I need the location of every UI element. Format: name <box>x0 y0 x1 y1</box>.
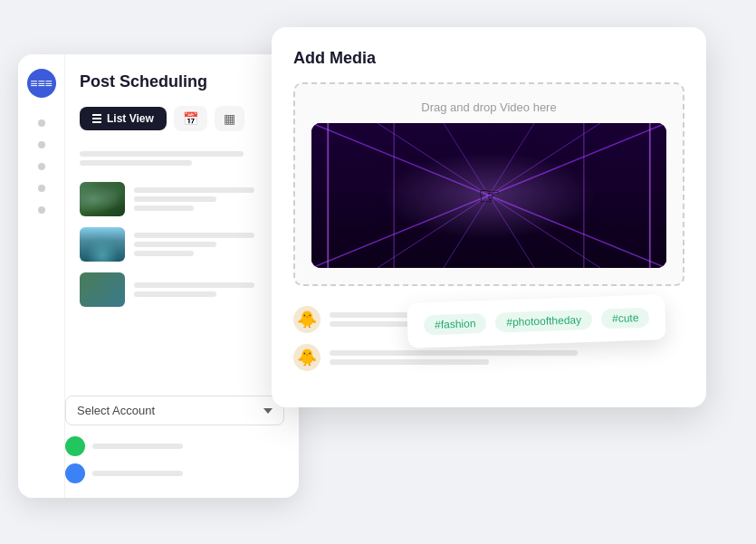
calendar-icon: 📅 <box>183 111 198 126</box>
account-item-blue <box>65 463 284 483</box>
post-line <box>134 233 254 238</box>
post-thumbnail <box>80 227 125 262</box>
post-content <box>134 282 284 297</box>
avatar-green <box>65 436 85 456</box>
media-account-lines <box>330 350 684 365</box>
tags-card: #fashion #photooftheday #cute <box>407 294 666 348</box>
extra-icon: ▦ <box>224 111 235 126</box>
add-media-title: Add Media <box>293 49 684 68</box>
media-line <box>330 350 578 356</box>
logo-icon: ≡≡≡ <box>30 76 53 91</box>
drag-drop-text: Drag and drop Video here <box>311 100 666 114</box>
post-line <box>134 251 194 256</box>
post-scheduling-card: ≡≡≡ Post Scheduling List View 📅 ▦ <box>18 54 299 498</box>
account-list <box>65 436 284 483</box>
thumbnail-image <box>80 272 125 307</box>
post-line <box>134 282 254 288</box>
post-thumbnail <box>80 272 125 307</box>
list-view-button[interactable]: List View <box>80 107 167 130</box>
select-account-label: Select Account <box>77 404 155 417</box>
post-list <box>80 146 284 307</box>
nav-dot-3[interactable] <box>38 163 45 170</box>
avatar-blue <box>65 463 85 483</box>
chevron-down-icon <box>263 408 273 414</box>
post-content <box>134 233 284 256</box>
nav-dot-4[interactable] <box>38 185 45 192</box>
post-line <box>134 291 216 297</box>
post-thumbnail <box>80 182 125 216</box>
thumbnail-image <box>80 182 125 216</box>
account-name-line <box>92 471 183 476</box>
media-account-item: 🐥 <box>293 344 684 371</box>
sidebar: ≡≡≡ <box>18 54 65 498</box>
video-preview: ☞ <box>311 123 666 268</box>
list-view-label: List View <box>107 112 154 125</box>
calendar-button[interactable]: 📅 <box>174 106 207 131</box>
media-avatar-2: 🐥 <box>293 344 321 371</box>
page-title: Post Scheduling <box>80 72 284 91</box>
list-item <box>80 182 284 216</box>
post-line <box>134 196 216 202</box>
nav-dot-2[interactable] <box>38 141 45 148</box>
tag-fashion: #fashion <box>424 313 487 335</box>
nav-dot-1[interactable] <box>38 119 45 127</box>
media-line <box>330 359 489 365</box>
post-line <box>80 151 244 157</box>
account-item-green <box>65 436 284 456</box>
drag-drop-zone[interactable]: Drag and drop Video here <box>293 82 684 286</box>
account-name-line <box>92 444 183 449</box>
tag-photooftheday: #photooftheday <box>495 310 592 333</box>
view-toggle: List View 📅 ▦ <box>80 106 284 131</box>
hand-cursor: ☞ <box>478 181 501 211</box>
post-line <box>80 160 192 166</box>
list-item <box>80 272 284 307</box>
add-media-card: Add Media Drag and drop Video here <box>272 27 706 407</box>
list-item <box>80 227 284 262</box>
media-avatar-1: 🐥 <box>293 306 321 333</box>
list-icon <box>92 114 101 123</box>
nav-dot-5[interactable] <box>38 206 45 214</box>
video-background: ☞ <box>311 123 666 268</box>
post-line <box>134 205 194 211</box>
post-line <box>134 242 216 247</box>
extra-view-button[interactable]: ▦ <box>215 106 244 131</box>
tag-cute: #cute <box>601 308 650 329</box>
post-line <box>134 187 254 193</box>
app-logo[interactable]: ≡≡≡ <box>27 69 56 98</box>
thumbnail-image <box>80 227 125 262</box>
post-content <box>134 187 284 211</box>
select-account-area: Select Account <box>65 396 284 483</box>
list-item <box>80 146 284 171</box>
select-account-dropdown[interactable]: Select Account <box>65 396 284 425</box>
